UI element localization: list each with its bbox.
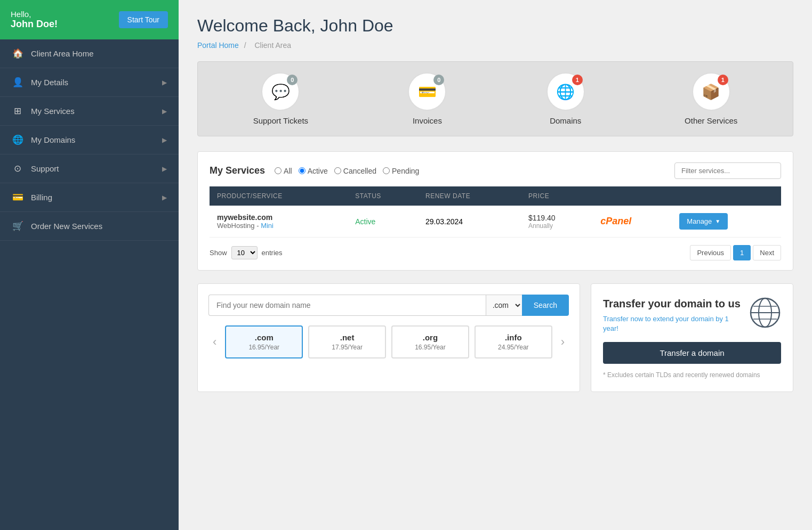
col-product: PRODUCT/SERVICE	[210, 186, 348, 206]
breadcrumb: Portal Home / Client Area	[197, 41, 793, 50]
sidebar-item-support[interactable]: ⊙ Support ▶	[0, 154, 179, 183]
tld-price: 24.95/Year	[480, 344, 547, 351]
service-plan-link[interactable]: Mini	[261, 222, 274, 230]
domain-search-input[interactable]	[208, 295, 486, 316]
service-name: mywebsite.com	[217, 213, 340, 222]
transfer-top: Transfer your domain to us Transfer now …	[603, 297, 781, 335]
sidebar-item-label: Billing	[31, 193, 52, 202]
current-page-button[interactable]: 1	[733, 245, 751, 260]
price-period: Annually	[528, 222, 585, 230]
info-card-other-services[interactable]: 📦 1 Other Services	[685, 72, 737, 125]
transfer-disclaimer: * Excludes certain TLDs and recently ren…	[603, 371, 781, 379]
page-title: Welcome Back, John Doe	[197, 16, 793, 36]
cart-icon: 🛒	[12, 221, 23, 232]
carousel-next-button[interactable]: ›	[557, 333, 569, 351]
grid-icon: ⊞	[12, 105, 23, 117]
sidebar-item-client-area-home[interactable]: 🏠 Client Area Home	[0, 39, 179, 68]
sidebar-item-label: My Details	[31, 78, 68, 87]
sidebar-item-my-domains[interactable]: 🌐 My Domains ▶	[0, 126, 179, 154]
tld-card-org[interactable]: .org 16.95/Year	[391, 325, 469, 358]
radio-pending[interactable]: Pending	[383, 167, 419, 175]
other-services-label: Other Services	[685, 116, 737, 125]
sidebar-item-my-services[interactable]: ⊞ My Services ▶	[0, 97, 179, 126]
service-cpanel-cell: cPanel	[593, 206, 672, 238]
domain-search-row: .com .net .org .info .biz Search	[208, 295, 569, 316]
greeting-hello: Hello,	[11, 10, 58, 19]
invoices-icon: 💳	[418, 83, 437, 101]
chevron-right-icon: ▶	[162, 108, 167, 115]
sidebar-header: Hello, John Doe! Start Tour	[0, 0, 179, 39]
tld-cards: .com 16.95/Year .net 17.95/Year .org 16.…	[225, 325, 552, 358]
breadcrumb-portal-home[interactable]: Portal Home	[197, 41, 239, 50]
sidebar-item-label: My Domains	[31, 135, 75, 144]
radio-all[interactable]: All	[275, 167, 292, 175]
chevron-right-icon: ▶	[162, 79, 167, 86]
tld-card-info[interactable]: .info 24.95/Year	[475, 325, 552, 358]
globe-icon: 🌐	[12, 134, 23, 145]
domain-search-button[interactable]: Search	[522, 295, 569, 316]
sidebar-item-label: Client Area Home	[31, 49, 94, 58]
services-filter-input[interactable]	[674, 162, 781, 179]
sidebar-item-label: Order New Services	[31, 222, 102, 231]
info-card-invoices[interactable]: 💳 0 Invoices	[408, 72, 446, 125]
radio-all-input[interactable]	[275, 167, 282, 174]
radio-cancelled[interactable]: Cancelled	[334, 167, 376, 175]
tld-select[interactable]: .com .net .org .info .biz	[486, 295, 522, 316]
chevron-right-icon: ▶	[162, 194, 167, 201]
domains-label: Domains	[550, 116, 581, 125]
tld-carousel: ‹ .com 16.95/Year .net 17.95/Year .org 1…	[208, 325, 569, 358]
support-icon: ⊙	[12, 163, 23, 174]
col-price: PRICE	[521, 186, 593, 206]
invoices-label: Invoices	[413, 116, 442, 125]
service-product-cell: mywebsite.com WebHosting - Mini	[210, 206, 348, 238]
services-table: PRODUCT/SERVICE STATUS RENEW DATE PRICE …	[210, 186, 781, 238]
entries-per-page-select[interactable]: 10 25 50	[231, 246, 258, 259]
sidebar-nav: 🏠 Client Area Home 👤 My Details ▶ ⊞ My S…	[0, 39, 179, 241]
info-card-domains[interactable]: 🌐 1 Domains	[546, 72, 585, 125]
radio-pending-input[interactable]	[383, 167, 390, 174]
status-badge: Active	[355, 217, 375, 226]
sidebar-item-my-details[interactable]: 👤 My Details ▶	[0, 68, 179, 97]
tld-name: .com	[230, 333, 298, 342]
renew-date: 29.03.2024	[425, 217, 463, 226]
next-page-button[interactable]: Next	[753, 245, 781, 260]
service-plan: WebHosting - Mini	[217, 222, 340, 230]
table-row: mywebsite.com WebHosting - Mini Active 2…	[210, 206, 781, 238]
support-tickets-icon: 💬	[271, 83, 290, 101]
tld-name: .org	[397, 333, 464, 342]
services-title: My Services	[210, 165, 265, 176]
sidebar-item-billing[interactable]: 💳 Billing ▶	[0, 183, 179, 212]
transfer-title: Transfer your domain to us	[603, 297, 742, 311]
services-section: My Services All Active Cancelled Pending	[197, 151, 793, 271]
greeting: Hello, John Doe!	[11, 10, 58, 30]
sidebar: Hello, John Doe! Start Tour 🏠 Client Are…	[0, 0, 179, 530]
greeting-name: John Doe!	[11, 19, 58, 30]
transfer-subtitle-link[interactable]: Transfer now to extend your domain by 1 …	[603, 315, 729, 332]
carousel-prev-button[interactable]: ‹	[208, 333, 221, 351]
radio-active[interactable]: Active	[299, 167, 328, 175]
previous-page-button[interactable]: Previous	[690, 245, 731, 260]
tld-card-com[interactable]: .com 16.95/Year	[225, 325, 303, 358]
other-services-badge: 1	[718, 75, 728, 85]
table-footer: Show 10 25 50 entries Previous 1 Next	[210, 245, 781, 260]
services-filter-radios: All Active Cancelled Pending	[275, 167, 419, 175]
col-status: STATUS	[348, 186, 418, 206]
service-action-cell: Manage ▼	[672, 206, 781, 238]
radio-active-input[interactable]	[299, 167, 305, 174]
services-table-body: mywebsite.com WebHosting - Mini Active 2…	[210, 206, 781, 238]
info-card-support-tickets[interactable]: 💬 0 Support Tickets	[253, 72, 308, 125]
dropdown-caret-icon: ▼	[715, 218, 720, 224]
breadcrumb-separator: /	[244, 41, 246, 50]
transfer-domain-button[interactable]: Transfer a domain	[603, 342, 781, 364]
manage-button[interactable]: Manage ▼	[679, 213, 728, 230]
start-tour-button[interactable]: Start Tour	[119, 11, 168, 28]
sidebar-item-order-new-services[interactable]: 🛒 Order New Services	[0, 212, 179, 241]
tld-price: 16.95/Year	[397, 344, 464, 351]
entries-label: entries	[262, 249, 283, 257]
billing-icon: 💳	[12, 192, 23, 203]
pagination: Previous 1 Next	[690, 245, 781, 260]
service-status-cell: Active	[348, 206, 418, 238]
tld-card-net[interactable]: .net 17.95/Year	[308, 325, 386, 358]
radio-cancelled-input[interactable]	[334, 167, 341, 174]
cpanel-logo: cPanel	[600, 216, 664, 227]
